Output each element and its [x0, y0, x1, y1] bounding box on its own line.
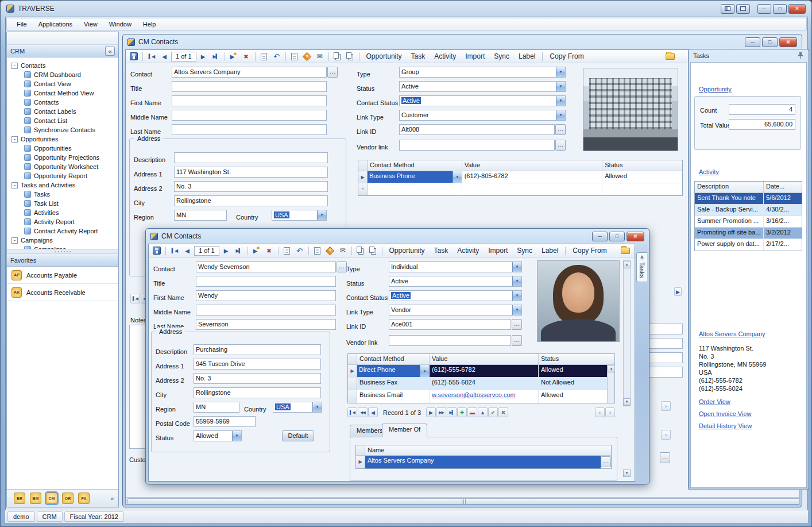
country-combo[interactable]: USA▼	[273, 402, 322, 413]
column-header[interactable]: Name	[365, 445, 611, 455]
window-titlebar[interactable]: CM Contacts ─ □ ✕	[146, 229, 649, 244]
middle-name-field[interactable]	[172, 110, 327, 121]
tree-item-opportunities[interactable]: Opportunities	[7, 144, 118, 153]
collapse-box-icon[interactable]: -	[11, 237, 18, 244]
activity-section-link[interactable]: Activity	[699, 168, 719, 175]
window-titlebar[interactable]: CM Contacts ─ □ ✕	[123, 34, 802, 49]
contact-method-row[interactable]: ▶ Direct Phone▼ (612)-555-6782 Allowed	[348, 365, 614, 378]
maximize-button[interactable]: □	[609, 232, 625, 241]
sidebar-splitter[interactable]	[7, 249, 118, 254]
opportunity-section-link[interactable]: Opportunity	[699, 86, 732, 93]
dropdown-icon[interactable]: ▼	[556, 81, 566, 92]
collapse-box-icon[interactable]: -	[11, 63, 18, 69]
tree-item-contact-labels[interactable]: Contact Labels	[7, 107, 118, 116]
tree-group-tasks-activities[interactable]: -Tasks and Activities	[7, 180, 118, 190]
status-combo[interactable]: Active▼	[399, 81, 566, 92]
module-or-button[interactable]: OR	[62, 493, 74, 504]
column-header[interactable]: Status	[539, 354, 607, 364]
activity-row[interactable]: Sent Thank You note 5/6/2012	[695, 193, 802, 205]
member-of-row[interactable]: ▶ Altos Servers Company …	[356, 456, 611, 468]
dropdown-icon[interactable]: ▼	[556, 110, 566, 121]
activity-toolbar-link[interactable]: Activity	[430, 52, 460, 60]
scroll-up-button[interactable]: ▲	[608, 365, 615, 372]
close-button[interactable]: ✕	[779, 37, 797, 47]
module-cm-button[interactable]: CM	[46, 493, 57, 504]
collapse-box-icon[interactable]: -	[11, 136, 18, 143]
favorites-header[interactable]: Favorites	[7, 254, 118, 267]
collapse-sidebar-button[interactable]: «	[105, 47, 115, 56]
contact-status-combo[interactable]: Active▼	[399, 95, 566, 106]
tree-item-tasks[interactable]: Tasks	[7, 190, 118, 199]
minimize-button[interactable]: ─	[745, 37, 760, 47]
activity-row[interactable]: Summer Promotion ... 3/16/2...	[695, 216, 802, 228]
email-button[interactable]: ✉	[314, 51, 326, 62]
menu-view[interactable]: View	[79, 20, 103, 29]
first-record-button[interactable]: ▍◀	[146, 51, 157, 62]
module-br-button[interactable]: BR	[14, 493, 25, 504]
panel-toggle-button[interactable]	[721, 4, 734, 14]
close-button[interactable]: ✕	[788, 4, 806, 14]
title-field[interactable]	[196, 276, 336, 287]
close-button[interactable]: ✕	[627, 232, 644, 241]
contact-method-row[interactable]: ▶ Business Phone▼ (612)-805-6782 Allowed	[358, 171, 682, 183]
value-cell[interactable]: (612)-555-6024	[430, 378, 539, 390]
address1-field[interactable]: 117 Washington St.	[174, 167, 328, 178]
email-value-cell[interactable]: w.severson@altosservco.com	[430, 390, 539, 403]
email-button[interactable]: ✉	[337, 245, 349, 256]
vertical-scrollbar[interactable]: ▲ ▼	[623, 260, 631, 406]
delete-record-button[interactable]: ✖	[241, 51, 252, 62]
tree-item-contact-method-view[interactable]: Contact Method View	[7, 89, 118, 98]
next-record-button[interactable]: ▶	[426, 407, 436, 417]
country-combo[interactable]: USA▼	[272, 210, 327, 221]
menu-applications[interactable]: Applications	[33, 20, 78, 29]
tab-member-of[interactable]: Member Of	[382, 424, 427, 437]
contact-field[interactable]: Wendy Severnson	[196, 261, 336, 272]
contact-lookup-button[interactable]: …	[327, 67, 338, 78]
default-button[interactable]: Default	[282, 430, 314, 441]
delete-row-button[interactable]: ▬	[467, 407, 477, 417]
task-toolbar-link[interactable]: Task	[430, 247, 453, 255]
link-id-lookup-button[interactable]: …	[512, 319, 522, 330]
order-view-link[interactable]: Order View	[699, 398, 730, 405]
minimize-button[interactable]: ─	[592, 232, 608, 241]
dropdown-icon[interactable]: ▼	[232, 430, 242, 441]
next-record-button[interactable]: ▶	[221, 245, 232, 256]
activity-row[interactable]: Sale - Backup Servi... 4/30/2...	[695, 205, 802, 216]
tree-item-contact-list[interactable]: Contact List	[7, 116, 118, 125]
address2-field[interactable]: No. 3	[194, 373, 321, 384]
pin-icon[interactable]	[797, 52, 804, 60]
paste-button[interactable]	[368, 245, 379, 256]
first-record-button[interactable]: ▍◀	[130, 294, 140, 303]
activity-row[interactable]: Power supply on dat... 2/17/2...	[695, 239, 802, 251]
undo-button[interactable]: ↶	[271, 51, 283, 62]
contact-lookup-button[interactable]: …	[337, 261, 347, 272]
tree-item-contact-activity-report[interactable]: Contact Activity Report	[7, 226, 118, 236]
scroll-down-button[interactable]: ▼	[623, 470, 631, 477]
tree-item-opportunity-projections[interactable]: Opportunity Projections	[7, 153, 118, 162]
first-record-button[interactable]: ▍◀	[347, 407, 357, 417]
detail-history-view-link[interactable]: Detail History View	[699, 422, 752, 429]
help-button[interactable]: ?	[301, 51, 313, 62]
task-toolbar-link[interactable]: Task	[407, 52, 430, 60]
append-row-button[interactable]: ✚	[457, 407, 467, 417]
tree-group-opportunities[interactable]: -Opportunities	[7, 134, 118, 144]
tree-item-contacts[interactable]: Contacts	[7, 98, 118, 107]
tree-item-synchronize-contacts[interactable]: Synchronize Contacts	[7, 125, 118, 134]
vendor-link-field[interactable]	[389, 335, 511, 346]
undo-button[interactable]: ↶	[294, 245, 306, 256]
tree-item-activities[interactable]: Activities	[7, 208, 118, 217]
maximize-button[interactable]: □	[762, 37, 778, 47]
postal-code-field[interactable]: 55969-5969	[194, 416, 256, 427]
first-record-button[interactable]: ▍◀	[169, 245, 180, 256]
first-name-field[interactable]: Wendy	[196, 290, 336, 301]
first-name-field[interactable]	[172, 95, 327, 106]
expand-button[interactable]: ›	[661, 401, 671, 411]
post-edit-button[interactable]: ✔	[488, 407, 498, 417]
paste-button[interactable]	[345, 51, 356, 62]
print-preview-button[interactable]	[312, 245, 323, 256]
module-overflow-button[interactable]: »	[109, 494, 115, 503]
label-toolbar-link[interactable]: Label	[515, 52, 539, 60]
status-cell[interactable]: Not Allowed	[539, 378, 607, 390]
copy-from-toolbar-link[interactable]: Copy From	[569, 247, 610, 255]
method-cell[interactable]: Business Fax	[357, 378, 430, 390]
